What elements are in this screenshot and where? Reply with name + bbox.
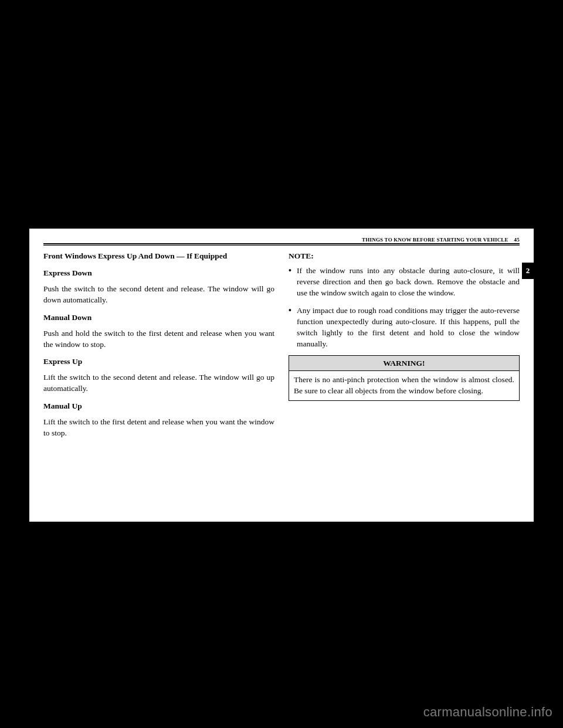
warning-box: WARNING! There is no anti-pinch protecti… bbox=[289, 355, 520, 401]
subhead-manual-down: Manual Down bbox=[43, 312, 274, 323]
header-rule-thin bbox=[43, 245, 520, 246]
page-inner: THINGS TO KNOW BEFORE STARTING YOUR VEHI… bbox=[29, 229, 534, 453]
left-column: Front Windows Express Up And Down — If E… bbox=[43, 250, 274, 444]
right-column: NOTE: If the window runs into any obstac… bbox=[289, 250, 520, 444]
watermark: carmanualsonline.info bbox=[423, 705, 552, 720]
running-header: THINGS TO KNOW BEFORE STARTING YOUR VEHI… bbox=[43, 237, 520, 243]
para-express-down: Push the switch to the second detent and… bbox=[43, 283, 274, 305]
subhead-manual-up: Manual Up bbox=[43, 400, 274, 411]
list-item: If the window runs into any obstacle dur… bbox=[289, 265, 520, 298]
subhead-express-up: Express Up bbox=[43, 356, 274, 367]
para-manual-up: Lift the switch to the first detent and … bbox=[43, 416, 274, 438]
page-number: 45 bbox=[514, 237, 520, 243]
para-express-up: Lift the switch to the second detent and… bbox=[43, 372, 274, 394]
list-item: Any impact due to rough road conditions … bbox=[289, 305, 520, 350]
header-rule-thick bbox=[43, 243, 520, 244]
note-bullets: If the window runs into any obstacle dur… bbox=[289, 265, 520, 349]
running-header-text: THINGS TO KNOW BEFORE STARTING YOUR VEHI… bbox=[362, 237, 508, 243]
columns: Front Windows Express Up And Down — If E… bbox=[43, 250, 520, 444]
para-manual-down: Push and hold the switch to the first de… bbox=[43, 328, 274, 350]
note-label: NOTE: bbox=[289, 250, 520, 261]
warning-body: There is no anti-pinch protection when t… bbox=[289, 371, 519, 400]
section-heading: Front Windows Express Up And Down — If E… bbox=[43, 250, 274, 261]
manual-page: 2 THINGS TO KNOW BEFORE STARTING YOUR VE… bbox=[29, 229, 534, 522]
subhead-express-down: Express Down bbox=[43, 267, 274, 278]
warning-header: WARNING! bbox=[289, 356, 519, 371]
